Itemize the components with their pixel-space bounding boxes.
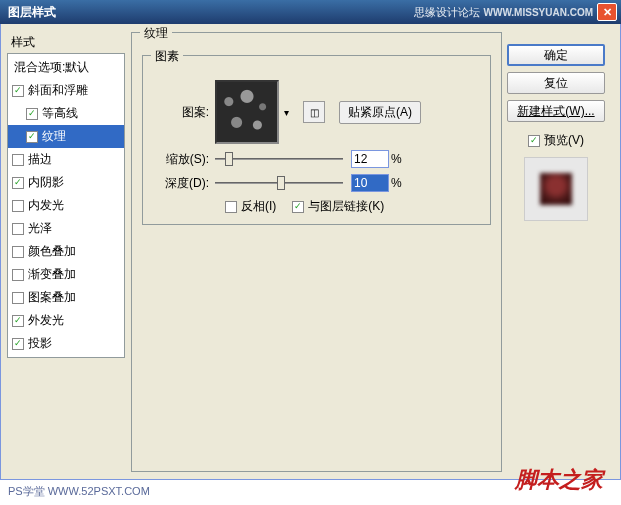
depth-row: 深度(D): % bbox=[153, 174, 480, 192]
close-button[interactable]: ✕ bbox=[597, 3, 617, 21]
link-layer-checkbox[interactable]: 与图层链接(K) bbox=[292, 198, 384, 215]
preview-swatch bbox=[524, 157, 588, 221]
sidebar-item[interactable]: 内阴影 bbox=[8, 171, 124, 194]
checkbox-icon bbox=[26, 108, 38, 120]
texture-group-label: 纹理 bbox=[140, 25, 172, 42]
checkbox-icon bbox=[225, 201, 237, 213]
checkbox-icon bbox=[528, 135, 540, 147]
sidebar-item-label: 图案叠加 bbox=[28, 289, 76, 306]
sidebar-item-label: 纹理 bbox=[42, 128, 66, 145]
depth-label: 深度(D): bbox=[153, 175, 209, 192]
sidebar-item-label: 斜面和浮雕 bbox=[28, 82, 88, 99]
sidebar-header: 样式 bbox=[7, 32, 125, 53]
right-panel: 确定 复位 新建样式(W)... 预览(V) bbox=[502, 32, 614, 473]
dialog-title: 图层样式 bbox=[8, 4, 414, 21]
pattern-row: 图案: ▾ ◫ 贴紧原点(A) bbox=[153, 80, 480, 144]
sidebar-item-label: 内阴影 bbox=[28, 174, 64, 191]
titlebar-url: WWW.MISSYUAN.COM bbox=[484, 7, 593, 18]
checkbox-icon bbox=[12, 85, 24, 97]
sidebar-item[interactable]: 纹理 bbox=[8, 125, 124, 148]
pattern-dropdown-icon[interactable]: ▾ bbox=[279, 80, 293, 144]
sidebar-item-label: 描边 bbox=[28, 151, 52, 168]
checkbox-icon bbox=[12, 223, 24, 235]
scale-row: 缩放(S): % bbox=[153, 150, 480, 168]
checkbox-icon bbox=[12, 177, 24, 189]
sidebar-item[interactable]: 渐变叠加 bbox=[8, 263, 124, 286]
checkbox-icon bbox=[12, 154, 24, 166]
sidebar-item[interactable]: 内发光 bbox=[8, 194, 124, 217]
scale-slider[interactable] bbox=[215, 150, 343, 168]
invert-checkbox[interactable]: 反相(I) bbox=[225, 198, 276, 215]
sidebar-item[interactable]: 光泽 bbox=[8, 217, 124, 240]
cancel-button[interactable]: 复位 bbox=[507, 72, 605, 94]
sidebar-item-label: 颜色叠加 bbox=[28, 243, 76, 260]
styles-sidebar: 样式 混合选项:默认斜面和浮雕等高线纹理描边内阴影内发光光泽颜色叠加渐变叠加图案… bbox=[7, 32, 125, 473]
checkbox-icon bbox=[12, 338, 24, 350]
checkbox-icon bbox=[12, 269, 24, 281]
checkbox-icon bbox=[12, 246, 24, 258]
dialog-body: 样式 混合选项:默认斜面和浮雕等高线纹理描边内阴影内发光光泽颜色叠加渐变叠加图案… bbox=[0, 24, 621, 480]
scale-unit: % bbox=[391, 152, 402, 166]
elements-group: 图素 图案: ▾ ◫ 贴紧原点(A) 缩放(S): bbox=[142, 55, 491, 225]
sidebar-item[interactable]: 图案叠加 bbox=[8, 286, 124, 309]
sidebar-item-label: 混合选项:默认 bbox=[14, 59, 89, 76]
sidebar-item[interactable]: 描边 bbox=[8, 148, 124, 171]
depth-input[interactable] bbox=[351, 174, 389, 192]
sidebar-item[interactable]: 斜面和浮雕 bbox=[8, 79, 124, 102]
watermark-left: PS学堂 WWW.52PSXT.COM bbox=[8, 484, 150, 499]
titlebar-brand: 思缘设计论坛 bbox=[414, 5, 480, 20]
preview-checkbox[interactable]: 预览(V) bbox=[528, 132, 584, 149]
sidebar-item-label: 渐变叠加 bbox=[28, 266, 76, 283]
sidebar-item-label: 外发光 bbox=[28, 312, 64, 329]
checkbox-icon bbox=[26, 131, 38, 143]
checkbox-icon bbox=[292, 201, 304, 213]
checkbox-icon bbox=[12, 315, 24, 327]
depth-slider[interactable] bbox=[215, 174, 343, 192]
pattern-picker[interactable] bbox=[215, 80, 279, 144]
scale-label: 缩放(S): bbox=[153, 151, 209, 168]
sidebar-item[interactable]: 混合选项:默认 bbox=[8, 56, 124, 79]
sidebar-item-label: 等高线 bbox=[42, 105, 78, 122]
ok-button[interactable]: 确定 bbox=[507, 44, 605, 66]
scale-input[interactable] bbox=[351, 150, 389, 168]
pattern-label: 图案: bbox=[153, 104, 209, 121]
snap-origin-button[interactable]: 贴紧原点(A) bbox=[339, 101, 421, 124]
watermark-right: 脚本之家 bbox=[515, 465, 603, 495]
main-panel: 纹理 图素 图案: ▾ ◫ 贴紧原点(A) 缩放(S): bbox=[131, 32, 502, 473]
preview-thumbnail bbox=[540, 173, 572, 205]
new-preset-button[interactable]: ◫ bbox=[303, 101, 325, 123]
texture-group: 纹理 图素 图案: ▾ ◫ 贴紧原点(A) 缩放(S): bbox=[131, 32, 502, 472]
options-row: 反相(I) 与图层链接(K) bbox=[209, 198, 480, 215]
depth-unit: % bbox=[391, 176, 402, 190]
elements-group-label: 图素 bbox=[151, 48, 183, 65]
sidebar-item[interactable]: 等高线 bbox=[8, 102, 124, 125]
checkbox-icon bbox=[12, 292, 24, 304]
sidebar-item[interactable]: 外发光 bbox=[8, 309, 124, 332]
sidebar-item-label: 光泽 bbox=[28, 220, 52, 237]
sidebar-item[interactable]: 颜色叠加 bbox=[8, 240, 124, 263]
titlebar: 图层样式 思缘设计论坛 WWW.MISSYUAN.COM ✕ bbox=[0, 0, 621, 24]
new-style-button[interactable]: 新建样式(W)... bbox=[507, 100, 605, 122]
sidebar-item[interactable]: 投影 bbox=[8, 332, 124, 355]
checkbox-icon bbox=[12, 200, 24, 212]
sidebar-item-label: 内发光 bbox=[28, 197, 64, 214]
styles-list: 混合选项:默认斜面和浮雕等高线纹理描边内阴影内发光光泽颜色叠加渐变叠加图案叠加外… bbox=[7, 53, 125, 358]
sidebar-item-label: 投影 bbox=[28, 335, 52, 352]
